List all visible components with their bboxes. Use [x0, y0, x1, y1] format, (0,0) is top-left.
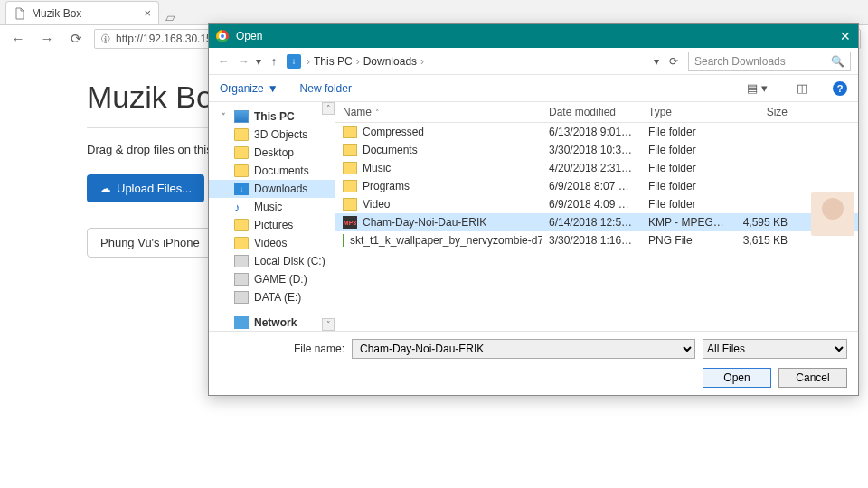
- file-row[interactable]: skt_t1_k_wallpaper_by_nervyzombie-d7h...…: [335, 231, 858, 249]
- tree-item[interactable]: ˅This PC: [209, 108, 335, 126]
- dialog-nav-bar: ← → ▾ ↑ ↓ › This PC › Downloads › ▾ ⟳ Se…: [209, 48, 858, 75]
- forward-button[interactable]: →: [36, 31, 58, 46]
- filename-input[interactable]: Cham-Day-Noi-Dau-ERIK: [352, 339, 695, 359]
- breadcrumb-segment[interactable]: Downloads: [363, 55, 417, 68]
- column-name[interactable]: Name˄: [335, 102, 542, 122]
- browser-tab[interactable]: Muzik Box ×: [5, 1, 159, 24]
- back-button[interactable]: ←: [7, 31, 29, 46]
- tree-scroll-down-icon[interactable]: ˅: [322, 318, 335, 331]
- tree-item[interactable]: Network: [209, 314, 335, 331]
- open-button[interactable]: Open: [703, 368, 771, 388]
- info-icon: 🛈: [100, 33, 110, 44]
- tree-scroll-up-icon[interactable]: ˄: [322, 102, 335, 115]
- downloads-folder-icon: ↓: [287, 54, 301, 69]
- refresh-icon[interactable]: ⟳: [665, 55, 683, 68]
- page-icon: [14, 7, 26, 20]
- tree-item[interactable]: Videos: [209, 234, 335, 252]
- new-tab-button[interactable]: ▱: [159, 10, 181, 24]
- file-row[interactable]: Programs6/9/2018 8:07 PMFile folder: [335, 177, 858, 195]
- search-placeholder: Search Downloads: [694, 55, 786, 68]
- close-dialog-icon[interactable]: ✕: [840, 29, 851, 43]
- column-size[interactable]: Size: [731, 102, 795, 122]
- search-input[interactable]: Search Downloads 🔍: [688, 52, 851, 71]
- dialog-footer: File name: Cham-Day-Noi-Dau-ERIK All Fil…: [209, 331, 858, 395]
- file-list[interactable]: Name˄ Date modified Type Size Compressed…: [335, 102, 858, 331]
- breadcrumb-dropdown-icon[interactable]: ▾: [654, 55, 659, 68]
- help-icon[interactable]: ?: [833, 81, 847, 96]
- sort-asc-icon: ˄: [375, 108, 380, 117]
- nav-history-icon[interactable]: ▾: [256, 55, 261, 68]
- upload-label: Upload Files...: [117, 182, 192, 195]
- tree-item[interactable]: GAME (D:): [209, 270, 335, 288]
- breadcrumb[interactable]: › This PC › Downloads ›: [307, 55, 648, 68]
- preview-thumbnail: [811, 192, 854, 236]
- reload-button[interactable]: ⟳: [65, 31, 87, 47]
- column-type[interactable]: Type: [641, 102, 731, 122]
- column-date[interactable]: Date modified: [542, 102, 641, 122]
- tree-item[interactable]: Desktop: [209, 144, 335, 162]
- tree-item[interactable]: DATA (E:): [209, 288, 335, 306]
- device-button[interactable]: Phung Vu's iPhone: [87, 228, 213, 258]
- search-icon: 🔍: [831, 55, 844, 68]
- preview-pane-icon[interactable]: ◫: [793, 81, 811, 95]
- file-type-filter[interactable]: All Files: [703, 339, 847, 359]
- tree-item[interactable]: ↓Downloads: [209, 180, 335, 198]
- tree-item[interactable]: ♪Music: [209, 198, 335, 216]
- breadcrumb-segment[interactable]: This PC: [314, 55, 353, 68]
- nav-forward-icon[interactable]: →: [236, 54, 250, 68]
- folder-tree[interactable]: ˄ ˅ ˅This PC3D ObjectsDesktopDocuments↓D…: [209, 102, 335, 331]
- url-text: http://192.168.30.150: [116, 33, 218, 45]
- tab-title: Muzik Box: [32, 7, 81, 20]
- file-open-dialog: Open ✕ ← → ▾ ↑ ↓ › This PC › Downloads ›…: [208, 23, 859, 396]
- file-row[interactable]: Documents3/30/2018 10:39 PMFile folder: [335, 141, 858, 159]
- dialog-titlebar: Open ✕: [209, 24, 858, 48]
- tree-item[interactable]: Documents: [209, 162, 335, 180]
- tree-item[interactable]: 3D Objects: [209, 126, 335, 144]
- file-row[interactable]: Compressed6/13/2018 9:01 AMFile folder: [335, 123, 858, 141]
- cancel-button[interactable]: Cancel: [778, 368, 847, 388]
- file-row[interactable]: Music4/20/2018 2:31 PMFile folder: [335, 159, 858, 177]
- dialog-toolbar: Organize ▼ New folder ▤ ▾ ◫ ?: [209, 75, 858, 102]
- divider: [87, 127, 213, 128]
- chrome-icon: [216, 30, 229, 42]
- file-row[interactable]: Video6/9/2018 4:09 PMFile folder: [335, 195, 858, 213]
- upload-files-button[interactable]: ☁ Upload Files...: [87, 174, 204, 202]
- organize-menu[interactable]: Organize ▼: [220, 82, 278, 95]
- cloud-upload-icon: ☁: [99, 182, 111, 195]
- filename-label: File name:: [220, 343, 344, 355]
- dialog-title: Open: [236, 30, 262, 42]
- browser-tab-strip: Muzik Box × ▱: [0, 0, 868, 25]
- tree-item[interactable]: Local Disk (C:): [209, 252, 335, 270]
- new-folder-button[interactable]: New folder: [300, 82, 352, 95]
- view-options-icon[interactable]: ▤ ▾: [743, 81, 771, 95]
- tree-item[interactable]: Pictures: [209, 216, 335, 234]
- column-headers: Name˄ Date modified Type Size: [335, 102, 858, 123]
- chevron-down-icon: ▼: [268, 82, 278, 95]
- file-row[interactable]: MP3Cham-Day-Noi-Dau-ERIK6/14/2018 12:53 …: [335, 213, 858, 231]
- nav-up-icon[interactable]: ↑: [267, 54, 281, 68]
- nav-back-icon[interactable]: ←: [216, 54, 231, 68]
- close-tab-icon[interactable]: ×: [144, 6, 151, 20]
